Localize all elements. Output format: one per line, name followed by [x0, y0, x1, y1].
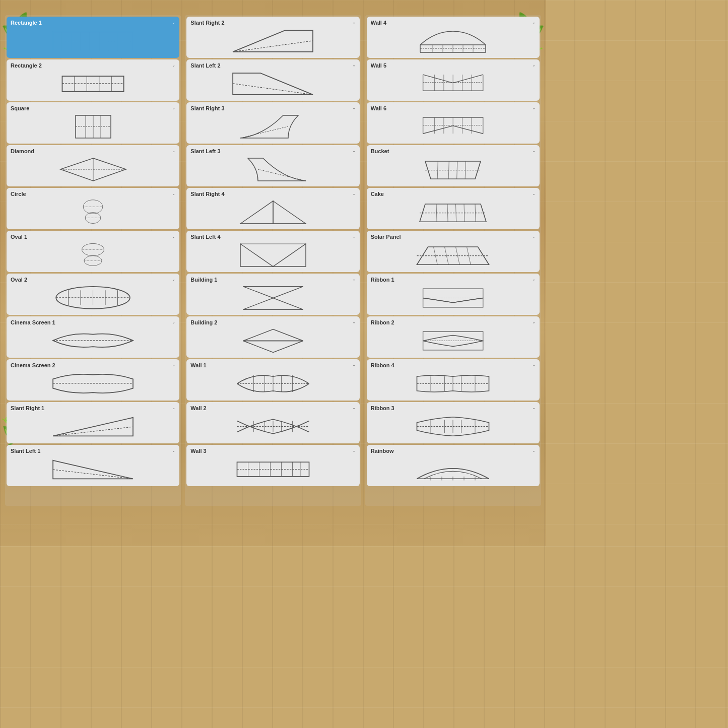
- shape-preview-ribbon4: [371, 370, 536, 398]
- item-wall1[interactable]: Wall 1⌃: [186, 359, 359, 401]
- svg-line-114: [438, 161, 438, 179]
- chevron-icon-oval2: ⌃: [172, 277, 175, 281]
- item-ribbon3[interactable]: Ribbon 3⌃: [367, 402, 540, 443]
- shape-preview-ribbon3: [371, 413, 536, 440]
- label-wall5: Wall 5: [371, 62, 536, 69]
- svg-line-53: [240, 126, 288, 138]
- item-ribbon2[interactable]: Ribbon 2⌃: [367, 316, 540, 358]
- item-circle[interactable]: Circle⌃: [7, 188, 179, 229]
- item-solarpanel[interactable]: Solar Panel⌃: [367, 231, 540, 272]
- shape-preview-wall2: [190, 413, 355, 440]
- svg-marker-61: [243, 287, 303, 298]
- item-wall5[interactable]: Wall 5⌃: [367, 59, 540, 101]
- label-wall6: Wall 6: [371, 105, 536, 111]
- item-oval2[interactable]: Oval 2⌃: [7, 274, 179, 315]
- label-slantright2: Slant Right 2: [190, 20, 355, 26]
- svg-line-121: [447, 204, 448, 222]
- item-slantright3[interactable]: Slant Right 3⌃: [186, 102, 359, 144]
- chevron-icon-cinema2: ⌃: [172, 362, 175, 367]
- shape-preview-wall5: [371, 70, 536, 98]
- item-slantright1[interactable]: Slant Right 1⌃: [7, 402, 179, 443]
- chevron-icon-slantright2: ⌃: [352, 20, 356, 24]
- shape-preview-oval1: [11, 241, 175, 269]
- item-slantleft3[interactable]: Slant Left 3⌃: [186, 145, 359, 186]
- chevron-icon-slantright3: ⌃: [352, 105, 356, 110]
- item-cinema1[interactable]: Cinema Screen 1⌃: [7, 316, 179, 358]
- label-slantright1: Slant Right 1: [11, 405, 175, 411]
- item-slantleft4[interactable]: Slant Left 4⌃: [186, 231, 359, 272]
- chevron-icon-circle: ⌃: [172, 191, 175, 195]
- chevron-icon-cake: ⌃: [532, 191, 536, 195]
- item-slantleft2[interactable]: Slant Left 2⌃: [186, 59, 359, 101]
- svg-line-50: [233, 41, 313, 52]
- chevron-icon-slantright1: ⌃: [172, 405, 175, 410]
- shape-preview-cake: [371, 198, 536, 226]
- label-ribbon3: Ribbon 3: [371, 405, 536, 411]
- item-bucket[interactable]: Bucket⌃: [367, 145, 540, 186]
- item-wall3[interactable]: Wall 3⌃: [186, 445, 359, 486]
- label-bucket: Bucket: [371, 148, 536, 154]
- chevron-icon-wall3: ⌃: [352, 448, 356, 452]
- chevron-icon-slantleft4: ⌃: [352, 234, 356, 238]
- shape-preview-slantright1: [11, 413, 175, 440]
- shape-preview-ribbon1: [371, 284, 536, 312]
- shape-preview-cinema1: [11, 327, 175, 355]
- item-square[interactable]: Square⌃: [7, 102, 179, 144]
- item-ribbon1[interactable]: Ribbon 1⌃: [367, 274, 540, 315]
- label-wall4: Wall 4: [371, 20, 536, 26]
- chevron-icon-bucket: ⌃: [532, 148, 536, 153]
- item-diamond[interactable]: Diamond⌃: [7, 145, 179, 186]
- label-slantright3: Slant Right 3: [190, 105, 355, 111]
- label-rainbow: Rainbow: [371, 448, 536, 454]
- shape-preview-slantleft3: [190, 156, 355, 183]
- svg-marker-59: [273, 244, 306, 267]
- item-cinema2[interactable]: Cinema Screen 2⌃: [7, 359, 179, 401]
- shape-preview-diamond: [11, 156, 175, 183]
- chevron-icon-oval1: ⌃: [172, 234, 175, 238]
- item-oval1[interactable]: Oval 1⌃: [7, 231, 179, 272]
- svg-line-103: [423, 126, 453, 134]
- svg-marker-49: [233, 30, 313, 52]
- item-building1[interactable]: Building 1⌃: [186, 274, 359, 315]
- item-rect2[interactable]: Rectangle 2⌃: [7, 59, 179, 101]
- svg-marker-56: [273, 201, 306, 224]
- item-wall6[interactable]: Wall 6⌃: [367, 102, 540, 144]
- chevron-icon-rainbow: ⌃: [532, 448, 536, 452]
- shape-preview-building1: [190, 284, 355, 312]
- item-cake[interactable]: Cake⌃: [367, 188, 540, 229]
- shape-preview-rect1: [11, 27, 175, 55]
- label-building1: Building 1: [190, 277, 355, 283]
- svg-line-46: [53, 427, 133, 436]
- chevron-icon-rect2: ⌃: [172, 62, 175, 67]
- shape-preview-slantleft4: [190, 241, 355, 269]
- item-rainbow[interactable]: Rainbow⌃: [367, 445, 540, 486]
- shape-preview-bucket: [371, 156, 536, 183]
- item-wall2[interactable]: Wall 2⌃: [186, 402, 359, 443]
- columns-container: Rectangle 1⌃ Rectangle 2⌃ Square⌃ Diamon…: [0, 15, 546, 506]
- svg-line-95: [423, 75, 453, 83]
- svg-line-123: [464, 204, 465, 222]
- shape-preview-slantright4: [190, 198, 355, 226]
- item-slantright4[interactable]: Slant Right 4⌃: [186, 188, 359, 229]
- label-ribbon1: Ribbon 1: [371, 277, 536, 283]
- item-rect1[interactable]: Rectangle 1⌃: [7, 17, 179, 58]
- svg-line-117: [466, 161, 466, 179]
- column-3: Wall 4⌃ Wall 5⌃ Wall 6⌃ Bucket⌃ Cake⌃ So…: [365, 15, 541, 506]
- svg-line-48: [53, 470, 133, 479]
- item-building2[interactable]: Building 2⌃: [186, 316, 359, 358]
- shape-preview-wall1: [190, 370, 355, 398]
- shape-preview-building2: [190, 327, 355, 355]
- svg-line-54: [258, 169, 306, 181]
- item-slantright2[interactable]: Slant Right 2⌃: [186, 17, 359, 58]
- item-slantleft1[interactable]: Slant Left 1⌃: [7, 445, 179, 486]
- chevron-icon-slantleft3: ⌃: [352, 148, 356, 153]
- shape-preview-wall4: [371, 27, 536, 55]
- svg-line-122: [456, 204, 456, 222]
- label-rect1: Rectangle 1: [11, 20, 175, 26]
- item-wall4[interactable]: Wall 4⌃: [367, 17, 540, 58]
- svg-line-104: [453, 126, 483, 134]
- column-1: Rectangle 1⌃ Rectangle 2⌃ Square⌃ Diamon…: [5, 15, 181, 506]
- chevron-icon-diamond: ⌃: [172, 148, 175, 153]
- shape-preview-rainbow: [371, 455, 536, 483]
- item-ribbon4[interactable]: Ribbon 4⌃: [367, 359, 540, 401]
